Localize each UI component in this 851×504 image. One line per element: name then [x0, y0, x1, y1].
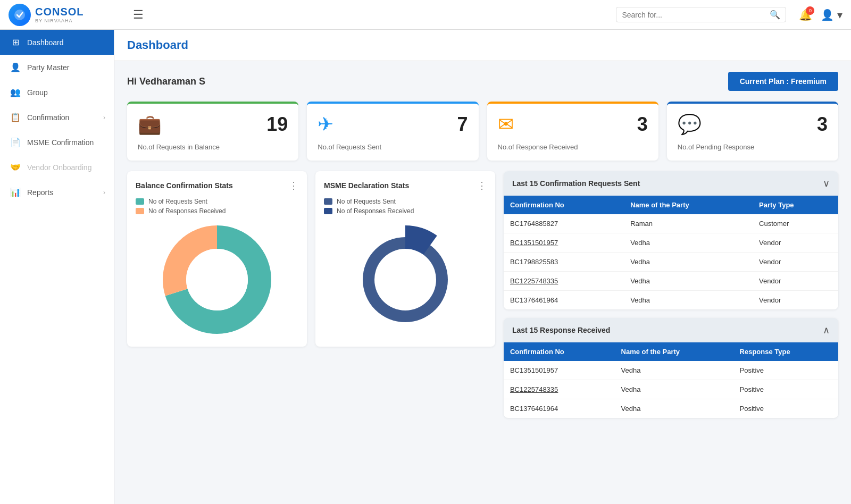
stat-card-requests-in-balance: 💼 19 No.of Requests in Balance	[127, 102, 298, 161]
svg-point-0	[14, 10, 25, 20]
layout: ⊞ Dashboard 👤 Party Master 👥 Group 📋 Con…	[0, 30, 851, 504]
confirmation-requests-header[interactable]: Last 15 Confirmation Requests Sent ∨	[504, 171, 838, 196]
confirmation-requests-title: Last 15 Confirmation Requests Sent	[512, 179, 640, 188]
conf-no-cell[interactable]: BC1351501957	[504, 233, 624, 253]
rr-response-type-cell: Positive	[733, 361, 838, 380]
stat-cards: 💼 19 No.of Requests in Balance ✈ 7 No.of…	[127, 102, 838, 161]
conf-no-cell: BC1764885827	[504, 214, 624, 233]
charts-row: Balance Confirmation Stats ⋮ No of Reque…	[127, 171, 495, 347]
rr-party-name-cell: Vedha	[615, 361, 733, 380]
balance-donut	[136, 221, 298, 338]
confirmation-requests-toggle[interactable]: ∨	[823, 178, 830, 189]
logo: CONSOL BY NIRVAAHA	[9, 4, 120, 26]
msme-legend-label-1: No of Requests Sent	[337, 198, 396, 205]
nav-label-dashboard: Dashboard	[27, 38, 105, 47]
search-bar: 🔍	[616, 7, 786, 22]
msme-chart-card: MSME Declaration Stats ⋮ No of Requests …	[315, 171, 495, 347]
balance-legend-label-2: No of Responses Received	[148, 207, 226, 215]
logo-sub: BY NIRVAAHA	[35, 18, 84, 23]
nav-icon-vendor-onboarding: 🤝	[10, 162, 21, 172]
response-received-panel: Last 15 Response Received ∧ Confirmation…	[504, 318, 838, 418]
party-type-cell: Vendor	[753, 233, 838, 253]
response-received-toggle[interactable]: ∧	[823, 324, 830, 336]
stat-number-requests-sent: 7	[457, 113, 468, 136]
notification-button[interactable]: 🔔 0	[799, 9, 812, 21]
msme-legend-label-2: No of Responses Received	[337, 207, 414, 215]
nav-icon-msme-confirmation: 📄	[10, 137, 21, 147]
balance-legend-dot-2	[136, 208, 144, 214]
sidebar-item-party-master[interactable]: 👤 Party Master	[0, 55, 114, 80]
response-received-table: Confirmation No Name of the Party Respon…	[504, 342, 838, 418]
col-rr-response-type: Response Type	[733, 342, 838, 361]
notification-badge: 0	[806, 6, 814, 15]
balance-chart-card: Balance Confirmation Stats ⋮ No of Reque…	[127, 171, 307, 347]
msme-chart-menu[interactable]: ⋮	[477, 180, 487, 191]
sidebar-item-reports[interactable]: 📊 Reports ›	[0, 180, 114, 205]
rr-conf-no-cell: BC1351501957	[504, 361, 615, 380]
stat-number-pending-response: 3	[817, 113, 828, 136]
balance-legend: No of Requests Sent No of Responses Rece…	[136, 198, 298, 215]
sidebar-item-vendor-onboarding: 🤝 Vendor Onboarding	[0, 155, 114, 180]
sidebar-item-group[interactable]: 👥 Group	[0, 80, 114, 105]
nav-label-confirmation: Confirmation	[27, 113, 97, 122]
user-menu-button[interactable]: 👤 ▾	[821, 9, 842, 21]
response-received-header[interactable]: Last 15 Response Received ∧	[504, 318, 838, 342]
stat-top: ✈ 7	[318, 113, 468, 136]
confirmation-requests-table: Confirmation No Name of the Party Party …	[504, 196, 838, 309]
stat-label-response-received: No.of Response Received	[498, 143, 648, 151]
content: Hi Vedharaman S Current Plan : Freemium …	[114, 61, 851, 429]
conf-no-cell: BC1376461964	[504, 291, 624, 310]
stat-icon-requests-in-balance: 💼	[138, 113, 162, 136]
search-icon[interactable]: 🔍	[770, 10, 780, 20]
stat-card-requests-sent: ✈ 7 No.of Requests Sent	[307, 102, 478, 161]
right-panel: Last 15 Confirmation Requests Sent ∨ Con…	[504, 171, 838, 418]
sidebar: ⊞ Dashboard 👤 Party Master 👥 Group 📋 Con…	[0, 30, 114, 504]
stat-icon-response-received: ✉	[498, 113, 514, 136]
nav-arrow-reports: ›	[103, 189, 105, 196]
plan-button[interactable]: Current Plan : Freemium	[728, 72, 838, 91]
balance-chart-title: Balance Confirmation Stats	[136, 181, 233, 190]
conf-no-cell: BC1798825583	[504, 253, 624, 272]
hamburger-button[interactable]: ☰	[129, 6, 148, 24]
msme-legend-item-2: No of Responses Received	[324, 207, 487, 215]
nav-icon-group: 👥	[10, 87, 21, 97]
party-type-cell: Vendor	[753, 291, 838, 310]
logo-name: CONSOL	[35, 6, 84, 18]
sidebar-item-dashboard[interactable]: ⊞ Dashboard	[0, 30, 114, 55]
stat-card-pending-response: 💬 3 No.of Pending Response	[667, 102, 838, 161]
party-type-cell: Customer	[753, 214, 838, 233]
balance-legend-label-1: No of Requests Sent	[148, 198, 207, 205]
party-name-cell: Vedha	[624, 253, 753, 272]
table-row: BC1351501957 Vedha Vendor	[504, 233, 838, 253]
table-row: BC1225748335 Vedha Positive	[504, 380, 838, 399]
sidebar-item-msme-confirmation[interactable]: 📄 MSME Confirmation	[0, 130, 114, 155]
table-row: BC1764885827 Raman Customer	[504, 214, 838, 233]
search-input[interactable]	[622, 11, 770, 19]
svg-point-3	[186, 249, 248, 310]
table-row: BC1376461964 Vedha Vendor	[504, 291, 838, 310]
col-confirmation-no: Confirmation No	[504, 196, 624, 214]
col-party-name: Name of the Party	[624, 196, 753, 214]
msme-legend-dot-2	[324, 208, 332, 214]
stat-label-requests-in-balance: No.of Requests in Balance	[138, 143, 288, 151]
greeting: Hi Vedharaman S	[127, 76, 205, 87]
party-name-cell: Vedha	[624, 272, 753, 291]
svg-point-6	[374, 249, 436, 310]
rr-conf-no-cell[interactable]: BC1225748335	[504, 380, 615, 399]
rr-response-type-cell: Positive	[733, 380, 838, 399]
conf-no-cell[interactable]: BC1225748335	[504, 272, 624, 291]
nav-label-group: Group	[27, 88, 105, 97]
msme-chart-header: MSME Declaration Stats ⋮	[324, 180, 487, 191]
sidebar-item-confirmation[interactable]: 📋 Confirmation ›	[0, 105, 114, 130]
stat-number-requests-in-balance: 19	[266, 113, 288, 136]
balance-chart-menu[interactable]: ⋮	[289, 180, 298, 191]
col-rr-party-name: Name of the Party	[615, 342, 733, 361]
nav-label-reports: Reports	[27, 188, 97, 197]
page-title: Dashboard	[127, 38, 838, 52]
table-row: BC1376461964 Vedha Positive	[504, 399, 838, 418]
stat-top: ✉ 3	[498, 113, 648, 136]
main-content: Dashboard Hi Vedharaman S Current Plan :…	[114, 30, 851, 504]
party-name-cell: Raman	[624, 214, 753, 233]
stat-label-requests-sent: No.of Requests Sent	[318, 143, 468, 151]
nav-label-vendor-onboarding: Vendor Onboarding	[27, 163, 105, 172]
